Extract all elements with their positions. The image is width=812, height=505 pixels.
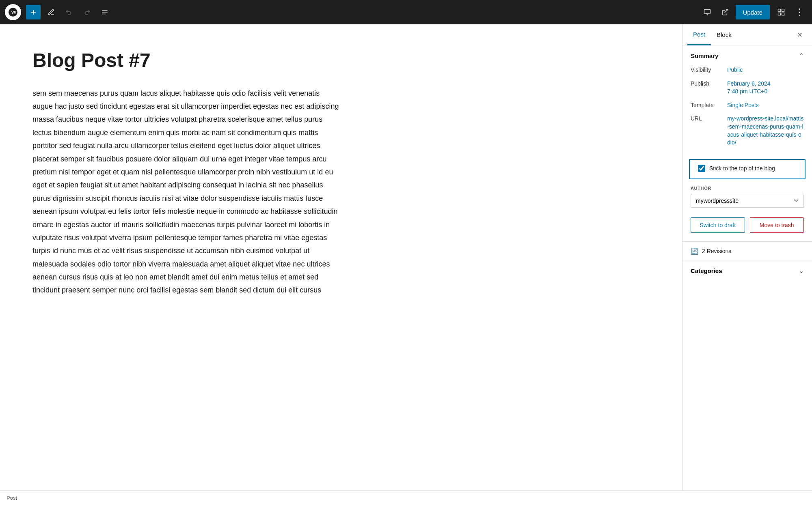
revisions-row[interactable]: 🔄 2 Revisions	[682, 241, 812, 261]
redo-button[interactable]	[80, 5, 94, 19]
sidebar-tabs: Post Block ×	[682, 24, 812, 45]
categories-header[interactable]: Categories ⌄	[682, 261, 812, 280]
sticky-label[interactable]: Stick to the top of the blog	[709, 165, 775, 172]
url-value[interactable]: my-wordpress-site.local/mattis-sem-maece…	[727, 115, 804, 146]
action-buttons: Switch to draft Move to trash	[682, 214, 812, 241]
statusbar: Post	[0, 490, 812, 505]
wp-logo[interactable]	[5, 4, 21, 20]
post-content[interactable]: sem sem maecenas purus quam lacus alique…	[32, 87, 341, 297]
summary-header[interactable]: Summary ⌃	[682, 45, 812, 66]
update-button[interactable]: Update	[736, 5, 770, 19]
visibility-value[interactable]: Public	[727, 66, 804, 74]
view-site-button[interactable]	[718, 5, 732, 19]
publish-value[interactable]: February 6, 2024 7:48 pm UTC+0	[727, 80, 804, 96]
svg-rect-7	[782, 9, 784, 12]
tab-block[interactable]: Block	[711, 24, 737, 45]
more-options-button[interactable]: ⋮	[793, 5, 807, 19]
publish-label: Publish	[691, 80, 727, 87]
summary-rows: Visibility Public Publish February 6, 20…	[682, 66, 812, 159]
sticky-checkbox[interactable]	[698, 165, 705, 172]
preview-button[interactable]	[700, 5, 715, 19]
add-block-button[interactable]: +	[26, 5, 41, 19]
sidebar: Post Block × Summary ⌃ Visibility Public	[682, 24, 812, 490]
url-label: URL	[691, 115, 727, 122]
template-value[interactable]: Single Posts	[727, 101, 804, 110]
visibility-row: Visibility Public	[691, 66, 804, 74]
tab-post[interactable]: Post	[687, 24, 711, 45]
author-select[interactable]: mywordpresssite	[691, 194, 804, 208]
sticky-row: Stick to the top of the blog	[689, 159, 806, 179]
editor-area: Blog Post #7 sem sem maecenas purus quam…	[0, 24, 682, 490]
switch-draft-button[interactable]: Switch to draft	[691, 217, 745, 233]
categories-chevron-icon: ⌄	[799, 267, 804, 275]
list-view-button[interactable]	[97, 5, 112, 19]
svg-rect-8	[782, 13, 784, 15]
svg-rect-3	[704, 9, 710, 14]
sidebar-content: Summary ⌃ Visibility Public Publish Febr…	[682, 45, 812, 490]
publish-row: Publish February 6, 2024 7:48 pm UTC+0	[691, 80, 804, 96]
main-layout: Blog Post #7 sem sem maecenas purus quam…	[0, 24, 812, 490]
template-row: Template Single Posts	[691, 101, 804, 110]
visibility-label: Visibility	[691, 66, 727, 73]
settings-toggle-button[interactable]	[773, 4, 789, 20]
url-row: URL my-wordpress-site.local/mattis-sem-m…	[691, 115, 804, 146]
sidebar-close-button[interactable]: ×	[793, 28, 807, 42]
summary-title: Summary	[691, 52, 718, 59]
svg-rect-6	[778, 9, 781, 12]
post-title[interactable]: Blog Post #7	[32, 49, 650, 72]
move-trash-button[interactable]: Move to trash	[750, 217, 804, 233]
summary-section: Summary ⌃ Visibility Public Publish Febr…	[682, 45, 812, 241]
tools-button[interactable]	[44, 5, 58, 19]
categories-title: Categories	[691, 267, 722, 274]
template-label: Template	[691, 101, 727, 108]
revisions-icon: 🔄	[691, 247, 699, 255]
svg-rect-9	[778, 13, 781, 15]
status-text: Post	[6, 495, 17, 501]
revisions-label: 2 Revisions	[702, 248, 731, 254]
author-label: AUTHOR	[691, 186, 804, 191]
author-section: AUTHOR mywordpresssite	[682, 186, 812, 214]
undo-button[interactable]	[62, 5, 76, 19]
categories-section: Categories ⌄	[682, 261, 812, 280]
summary-chevron-icon: ⌃	[799, 52, 804, 60]
topbar: + Update ⋮	[0, 0, 812, 24]
